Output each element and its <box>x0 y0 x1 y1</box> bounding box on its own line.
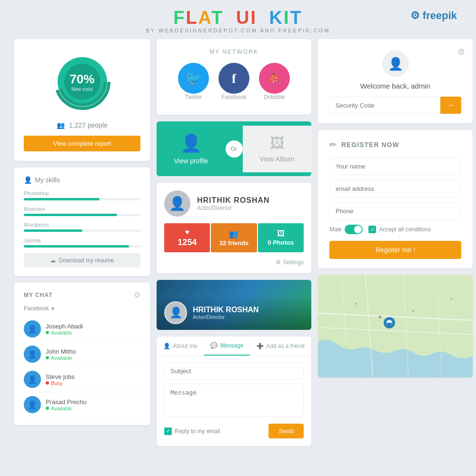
chat-card: MY CHAT ⚙ Facebook ▼ 👤 Joseph Abadi Avai… <box>14 283 150 425</box>
download-resume-button[interactable]: ☁ Download my resume <box>24 253 140 268</box>
phone-input[interactable] <box>329 202 461 220</box>
logo-i1: I <box>250 8 257 28</box>
left-column: 70% New visits 👥 1,227 people View compl… <box>14 39 150 446</box>
profile-stats-card: 👤 HRITHIK ROSHAN Actor/Director ♥ 1254 👥… <box>157 183 311 273</box>
add-icon: ➕ <box>257 343 264 349</box>
people-count: 👥 1,227 people <box>24 121 140 129</box>
skill-photoshop: Photoshop <box>24 190 140 200</box>
profile-settings[interactable]: ⚙ Settings <box>164 259 304 266</box>
avatar-joseph: 👤 <box>24 320 41 337</box>
register-button[interactable]: Register me ! <box>329 241 461 259</box>
stat-photos[interactable]: 🖼 0 Photos <box>258 223 304 252</box>
view-profile-button[interactable]: 👤 View profile <box>157 124 226 174</box>
logo-i2: I <box>284 8 290 28</box>
logo-a: A <box>198 8 212 28</box>
email-input[interactable] <box>329 180 461 198</box>
logo-l: L <box>186 8 198 28</box>
security-code-input[interactable] <box>329 97 440 114</box>
message-input[interactable] <box>164 384 304 417</box>
status-dot <box>46 331 49 334</box>
logo-t2: T <box>290 8 303 28</box>
dribbble-social: ⛹ Dribbble <box>259 63 290 100</box>
or-divider: Or <box>226 140 243 158</box>
profile-photo: 👤 <box>164 190 190 217</box>
conditions-checkbox-group: ✓ Accept all conditions <box>368 226 431 233</box>
svg-point-13 <box>412 310 414 312</box>
network-title: MY NETWORK <box>166 49 302 55</box>
profile-view-icon: 👤 <box>180 133 202 153</box>
stat-friends[interactable]: 👥 32 friends <box>211 223 257 252</box>
status-dot <box>46 356 49 359</box>
stat-likes[interactable]: ♥ 1254 <box>164 223 210 252</box>
twitter-button[interactable]: 🐦 <box>178 63 209 94</box>
svg-point-12 <box>355 303 357 305</box>
network-card: MY NETWORK 🐦 Twitter f Facebook ⛹ Dribbb… <box>157 39 311 115</box>
facebook-button[interactable]: f <box>218 63 249 94</box>
tab-about-me[interactable]: 👤 About me <box>157 337 204 355</box>
view-report-button[interactable]: View complete report <box>24 136 140 151</box>
register-header: ✏ REGISTER NOW <box>329 139 461 150</box>
form-footer: ✓ Reply to my email Send <box>164 424 304 438</box>
welcome-text: Welcome back, admin <box>329 82 461 90</box>
reply-checkbox-group: ✓ Reply to my email <box>164 427 220 435</box>
security-submit-button[interactable]: → <box>440 97 461 114</box>
stats-card: 70% New visits 👥 1,227 people View compl… <box>14 39 150 161</box>
person-icon: 👤 <box>24 176 32 184</box>
send-button[interactable]: Send <box>268 424 304 438</box>
avatar-john: 👤 <box>24 346 41 363</box>
freepik-icon: ⚙ <box>410 10 420 21</box>
logo-subtitle: BY WEBDESIGNERDEPOT.COM AND FREEPIK.COM <box>146 28 330 33</box>
tab-add-friend[interactable]: ➕ Add as a friend <box>250 337 311 355</box>
skill-illustrator: Illustrator <box>24 206 140 216</box>
security-row: → <box>329 97 461 114</box>
subject-input[interactable] <box>164 362 304 380</box>
cloud-icon: ☁ <box>50 257 56 264</box>
skills-card: 👤 My skills Photoshop Illustrator Wordpr… <box>14 168 150 276</box>
view-album-button[interactable]: 🖼 View Album <box>243 126 312 172</box>
register-icon: ✏ <box>329 139 337 150</box>
skill-wordpress: Wordpress <box>24 222 140 232</box>
message-form: ✓ Reply to my email Send <box>157 362 311 438</box>
gender-toggle-switch[interactable] <box>345 225 363 234</box>
name-input[interactable] <box>329 158 461 175</box>
gender-toggle: Male <box>329 225 363 234</box>
map-card <box>318 275 473 377</box>
profile-stats-row: ♥ 1254 👥 32 friends 🖼 0 Photos <box>164 223 304 252</box>
login-avatar: 👤 <box>382 50 409 77</box>
status-dot <box>46 407 49 410</box>
donut-center: 70% New visits <box>69 72 94 92</box>
donut-chart: 70% New visits <box>51 51 113 113</box>
profile-top: 👤 HRITHIK ROSHAN Actor/Director <box>164 190 304 217</box>
status-dot-busy <box>46 381 49 385</box>
chat-contact-3[interactable]: 👤 Steve jobs Busy <box>24 367 140 392</box>
album-icon: 🖼 <box>270 135 284 151</box>
header: FLAT UI KIT BY WEBDESIGNERDEPOT.COM AND … <box>0 0 476 39</box>
login-card: ⚙ 👤 Welcome back, admin → <box>318 39 473 123</box>
skills-title: 👤 My skills <box>24 176 140 184</box>
profile-banner: 👤 HRITHIK ROSHAN Actor/Director <box>157 280 311 330</box>
chat-settings-icon[interactable]: ⚙ <box>134 290 140 299</box>
register-options-row: Male ✓ Accept all conditions <box>329 225 461 234</box>
logo-k: K <box>269 8 284 28</box>
logo-f: F <box>173 8 186 28</box>
chat-contact-2[interactable]: 👤 John Mitho Available <box>24 342 140 367</box>
right-column: ⚙ 👤 Welcome back, admin → ✏ REGISTER NOW… <box>318 39 473 446</box>
skill-joomla: Joomla <box>24 238 140 248</box>
avatar-prasad: 👤 <box>24 396 41 413</box>
chat-contact-1[interactable]: 👤 Joseph Abadi Available <box>24 317 140 342</box>
reply-checkbox[interactable]: ✓ <box>164 427 172 435</box>
profile-tabs-card: 👤 About me 💬 Message ➕ Add as a friend <box>157 337 311 446</box>
twitter-social: 🐦 Twitter <box>178 63 209 100</box>
chat-header: MY CHAT ⚙ <box>24 290 140 299</box>
profile-view-card: 👤 View profile Or 🖼 View Album <box>157 121 311 176</box>
tab-message[interactable]: 💬 Message <box>204 337 250 356</box>
conditions-checkbox[interactable]: ✓ <box>368 226 376 233</box>
login-settings-button[interactable]: ⚙ <box>457 47 465 57</box>
chat-network: Facebook ▼ <box>24 305 140 312</box>
svg-point-11 <box>378 316 381 318</box>
svg-point-14 <box>450 298 452 300</box>
logo-space <box>227 8 233 28</box>
message-icon: 💬 <box>210 342 218 349</box>
chat-contact-4[interactable]: 👤 Prasad Prechu Available <box>24 392 140 417</box>
dribbble-button[interactable]: ⛹ <box>259 63 290 94</box>
